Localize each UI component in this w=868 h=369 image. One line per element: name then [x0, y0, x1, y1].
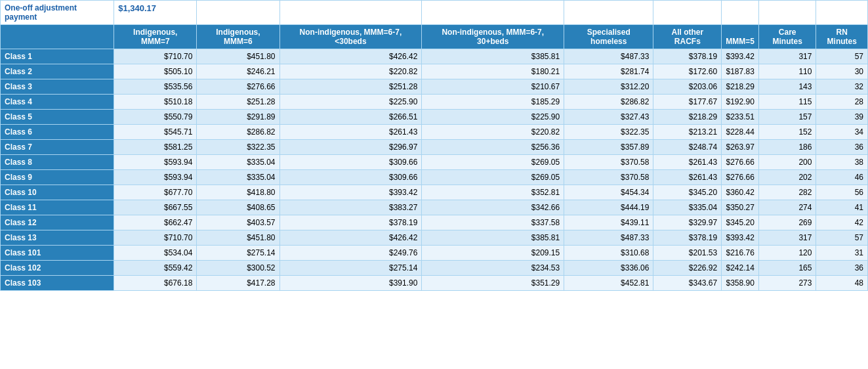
table-row: Class 5$550.79$291.89$266.51$225.90$327.…: [1, 110, 868, 125]
table-row: Class 4$510.18$251.28$225.90$185.29$286.…: [1, 95, 868, 110]
cell-indigenous_mmm6: $322.35: [197, 140, 279, 155]
cell-all_other_racfs: $201.53: [653, 246, 722, 261]
cell-mmm5: $218.29: [722, 79, 759, 95]
class-label: Class 101: [1, 246, 114, 261]
cell-nonindigenous_mmm67_gte30: $210.67: [422, 79, 564, 95]
cell-indigenous_mmm7: $559.42: [114, 261, 197, 276]
column-headers-row: Indigenous, MMM=7 Indigenous, MMM=6 Non-…: [1, 25, 868, 49]
col-header-indigenous-mmm6: Indigenous, MMM=6: [197, 25, 279, 49]
cell-specialised_homeless: $439.11: [564, 215, 653, 230]
cell-specialised_homeless: $281.74: [564, 64, 653, 79]
cell-nonindigenous_mmm67_gte30: $256.36: [422, 140, 564, 155]
class-label: Class 11: [1, 200, 114, 215]
cell-indigenous_mmm6: $335.04: [197, 170, 279, 185]
cell-nonindigenous_mmm67_lt30: $426.42: [279, 230, 422, 246]
class-label: Class 2: [1, 64, 114, 79]
cell-all_other_racfs: $261.43: [653, 155, 722, 170]
cell-indigenous_mmm6: $251.28: [197, 95, 279, 110]
cell-rn_minutes: 48: [816, 276, 868, 291]
table-row: Class 13$710.70$451.80$426.42$385.81$487…: [1, 230, 868, 246]
cell-nonindigenous_mmm67_gte30: $351.29: [422, 276, 564, 291]
cell-mmm5: $242.14: [722, 261, 759, 276]
cell-indigenous_mmm7: $545.71: [114, 125, 197, 140]
cell-nonindigenous_mmm67_gte30: $385.81: [422, 49, 564, 64]
table-row: Class 7$581.25$322.35$296.97$256.36$357.…: [1, 140, 868, 155]
top-empty-4: [279, 1, 422, 25]
cell-nonindigenous_mmm67_gte30: $234.53: [422, 261, 564, 276]
cell-care_minutes: 317: [758, 49, 816, 64]
cell-specialised_homeless: $454.34: [564, 185, 653, 200]
top-empty-6: [564, 1, 653, 25]
col-header-mmm5: MMM=5: [722, 25, 759, 49]
cell-mmm5: $228.44: [722, 125, 759, 140]
cell-rn_minutes: 46: [816, 170, 868, 185]
cell-mmm5: $187.83: [722, 64, 759, 79]
cell-specialised_homeless: $322.35: [564, 125, 653, 140]
cell-all_other_racfs: $226.92: [653, 261, 722, 276]
cell-all_other_racfs: $172.60: [653, 64, 722, 79]
cell-indigenous_mmm6: $403.57: [197, 215, 279, 230]
cell-indigenous_mmm7: $677.70: [114, 185, 197, 200]
col-header-nonindigenous-lt30: Non-indigenous, MMM=6-7, <30beds: [279, 25, 422, 49]
cell-care_minutes: 282: [758, 185, 816, 200]
cell-rn_minutes: 57: [816, 230, 868, 246]
table-row: Class 8$593.94$335.04$309.66$269.05$370.…: [1, 155, 868, 170]
cell-specialised_homeless: $336.06: [564, 261, 653, 276]
col-header-class: [1, 25, 114, 49]
cell-nonindigenous_mmm67_lt30: $393.42: [279, 185, 422, 200]
cell-specialised_homeless: $487.33: [564, 230, 653, 246]
cell-indigenous_mmm7: $667.55: [114, 200, 197, 215]
cell-specialised_homeless: $487.33: [564, 49, 653, 64]
cell-care_minutes: 317: [758, 230, 816, 246]
table-row: Class 102$559.42$300.52$275.14$234.53$33…: [1, 261, 868, 276]
cell-all_other_racfs: $378.19: [653, 49, 722, 64]
cell-all_other_racfs: $329.97: [653, 215, 722, 230]
cell-indigenous_mmm7: $710.70: [114, 230, 197, 246]
cell-rn_minutes: 38: [816, 155, 868, 170]
cell-rn_minutes: 28: [816, 95, 868, 110]
cell-care_minutes: 120: [758, 246, 816, 261]
cell-rn_minutes: 36: [816, 261, 868, 276]
class-label: Class 6: [1, 125, 114, 140]
cell-care_minutes: 157: [758, 110, 816, 125]
col-header-all-other: All other RACFs: [653, 25, 722, 49]
cell-all_other_racfs: $218.29: [653, 110, 722, 125]
col-header-indigenous-mmm7: Indigenous, MMM=7: [114, 25, 197, 49]
cell-indigenous_mmm7: $676.18: [114, 276, 197, 291]
cell-all_other_racfs: $213.21: [653, 125, 722, 140]
cell-indigenous_mmm6: $417.28: [197, 276, 279, 291]
cell-all_other_racfs: $261.43: [653, 170, 722, 185]
cell-indigenous_mmm7: $581.25: [114, 140, 197, 155]
cell-indigenous_mmm7: $550.79: [114, 110, 197, 125]
cell-mmm5: $263.97: [722, 140, 759, 155]
cell-all_other_racfs: $345.20: [653, 185, 722, 200]
cell-indigenous_mmm7: $510.18: [114, 95, 197, 110]
cell-specialised_homeless: $370.58: [564, 155, 653, 170]
cell-nonindigenous_mmm67_lt30: $426.42: [279, 49, 422, 64]
cell-indigenous_mmm6: $275.14: [197, 246, 279, 261]
cell-rn_minutes: 30: [816, 64, 868, 79]
cell-nonindigenous_mmm67_lt30: $249.76: [279, 246, 422, 261]
cell-mmm5: $360.42: [722, 185, 759, 200]
cell-mmm5: $393.42: [722, 49, 759, 64]
class-label: Class 4: [1, 95, 114, 110]
class-label: Class 7: [1, 140, 114, 155]
cell-mmm5: $276.66: [722, 155, 759, 170]
cell-indigenous_mmm7: $593.94: [114, 170, 197, 185]
top-empty-3: [197, 1, 279, 25]
class-label: Class 5: [1, 110, 114, 125]
cell-indigenous_mmm6: $335.04: [197, 155, 279, 170]
cell-nonindigenous_mmm67_gte30: $337.58: [422, 215, 564, 230]
cell-care_minutes: 110: [758, 64, 816, 79]
cell-care_minutes: 186: [758, 140, 816, 155]
class-label: Class 10: [1, 185, 114, 200]
cell-care_minutes: 269: [758, 215, 816, 230]
cell-nonindigenous_mmm67_gte30: $180.21: [422, 64, 564, 79]
cell-all_other_racfs: $335.04: [653, 200, 722, 215]
class-label: Class 12: [1, 215, 114, 230]
cell-nonindigenous_mmm67_gte30: $185.29: [422, 95, 564, 110]
table-row: Class 1$710.70$451.80$426.42$385.81$487.…: [1, 49, 868, 64]
cell-specialised_homeless: $310.68: [564, 246, 653, 261]
cell-nonindigenous_mmm67_lt30: $225.90: [279, 95, 422, 110]
cell-rn_minutes: 57: [816, 49, 868, 64]
